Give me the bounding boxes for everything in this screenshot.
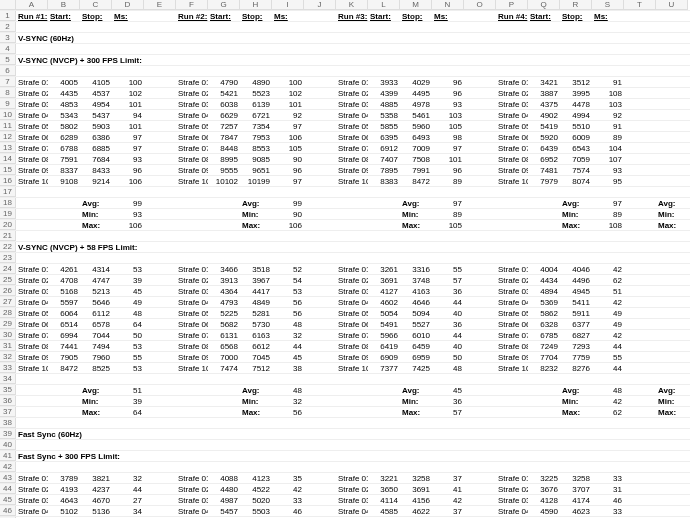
cell[interactable]: [656, 187, 688, 197]
cell[interactable]: 6386: [80, 132, 112, 142]
row-header[interactable]: 18: [0, 198, 16, 208]
cell[interactable]: 50: [112, 330, 144, 340]
cell[interactable]: 92: [272, 110, 304, 120]
cell[interactable]: 7354: [240, 121, 272, 131]
row-header[interactable]: 6: [0, 66, 16, 76]
cell[interactable]: [336, 44, 368, 54]
cell[interactable]: [464, 484, 496, 494]
cell[interactable]: 101: [432, 154, 464, 164]
cell[interactable]: [624, 275, 656, 285]
cell[interactable]: [656, 352, 688, 362]
cell[interactable]: [624, 462, 656, 472]
cell[interactable]: 6419: [368, 341, 400, 351]
cell[interactable]: 5802: [48, 121, 80, 131]
cell[interactable]: 106: [272, 220, 304, 230]
cell[interactable]: Strafe 07: [496, 143, 528, 153]
cell[interactable]: [560, 418, 592, 428]
cell[interactable]: 97: [112, 132, 144, 142]
cell[interactable]: 44: [592, 363, 624, 373]
cell[interactable]: 4793: [208, 297, 240, 307]
cell[interactable]: [80, 187, 112, 197]
cell[interactable]: [240, 440, 272, 450]
cell[interactable]: [304, 385, 336, 395]
row-header[interactable]: 40: [0, 440, 16, 450]
cell[interactable]: Avg:: [240, 198, 272, 208]
cell[interactable]: 4237: [80, 484, 112, 494]
cell[interactable]: [304, 418, 336, 428]
cell[interactable]: 6112: [80, 308, 112, 318]
cell[interactable]: [656, 33, 688, 43]
cell[interactable]: [48, 44, 80, 54]
cell[interactable]: 101: [112, 121, 144, 131]
row-header[interactable]: 9: [0, 99, 16, 109]
cell[interactable]: [304, 44, 336, 54]
cell[interactable]: 53: [272, 286, 304, 296]
cell[interactable]: [240, 462, 272, 472]
cell[interactable]: [240, 22, 272, 32]
cell[interactable]: [144, 484, 176, 494]
cell[interactable]: Max:: [656, 220, 688, 230]
cell[interactable]: 97: [592, 198, 624, 208]
cell[interactable]: [432, 462, 464, 472]
cell[interactable]: [144, 418, 176, 428]
cell[interactable]: [48, 187, 80, 197]
cell[interactable]: [624, 220, 656, 230]
cell[interactable]: [144, 66, 176, 76]
cell[interactable]: 97: [432, 143, 464, 153]
cell[interactable]: 4790: [208, 77, 240, 87]
cell[interactable]: [464, 154, 496, 164]
cell[interactable]: 42: [592, 297, 624, 307]
cell[interactable]: [464, 407, 496, 417]
cell[interactable]: [464, 451, 496, 461]
cell[interactable]: [624, 242, 656, 252]
cell[interactable]: 4670: [80, 495, 112, 505]
cell[interactable]: [368, 440, 400, 450]
cell[interactable]: 8232: [528, 363, 560, 373]
cell[interactable]: [336, 462, 368, 472]
cell[interactable]: [16, 231, 48, 241]
cell[interactable]: 52: [272, 264, 304, 274]
cell[interactable]: 100: [272, 77, 304, 87]
cell[interactable]: Strafe 09: [336, 165, 368, 175]
cell[interactable]: [176, 209, 208, 219]
column-header[interactable]: G: [208, 0, 240, 10]
cell[interactable]: 5421: [208, 88, 240, 98]
cell[interactable]: [336, 451, 368, 461]
cell[interactable]: 5597: [48, 297, 80, 307]
cell[interactable]: [656, 451, 688, 461]
cell[interactable]: [112, 440, 144, 450]
cell[interactable]: 42: [592, 396, 624, 406]
cell[interactable]: Strafe 02: [336, 88, 368, 98]
cell[interactable]: 55: [592, 352, 624, 362]
column-header[interactable]: U: [656, 0, 688, 10]
cell[interactable]: [304, 330, 336, 340]
cell[interactable]: [144, 77, 176, 87]
cell[interactable]: 7045: [240, 352, 272, 362]
cell[interactable]: 46: [272, 506, 304, 516]
cell[interactable]: Strafe 03: [336, 286, 368, 296]
cell[interactable]: [464, 385, 496, 395]
cell[interactable]: [496, 451, 528, 461]
cell[interactable]: 5855: [368, 121, 400, 131]
cell[interactable]: [112, 22, 144, 32]
cell[interactable]: 3821: [80, 473, 112, 483]
cell[interactable]: 3887: [528, 88, 560, 98]
cell[interactable]: Strafe 08: [176, 154, 208, 164]
cell[interactable]: [464, 11, 496, 21]
cell[interactable]: Min:: [80, 396, 112, 406]
cell[interactable]: 3707: [560, 484, 592, 494]
cell[interactable]: Stop:: [400, 11, 432, 21]
cell[interactable]: [368, 209, 400, 219]
cell[interactable]: Max:: [240, 407, 272, 417]
cell[interactable]: 39: [112, 275, 144, 285]
row-header[interactable]: 8: [0, 88, 16, 98]
cell[interactable]: [528, 374, 560, 384]
cell[interactable]: [656, 473, 688, 483]
cell[interactable]: [368, 418, 400, 428]
cell[interactable]: [656, 132, 688, 142]
cell[interactable]: [208, 187, 240, 197]
cell[interactable]: Min:: [240, 396, 272, 406]
cell[interactable]: [496, 385, 528, 395]
cell[interactable]: [304, 242, 336, 252]
cell[interactable]: [432, 418, 464, 428]
